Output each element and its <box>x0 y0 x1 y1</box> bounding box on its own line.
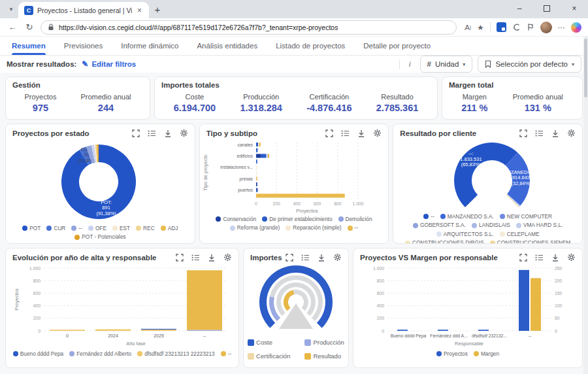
legend-item-coste[interactable]: Coste <box>248 338 290 347</box>
bar-segment[interactable] <box>256 188 257 192</box>
expand-icon[interactable] <box>176 254 184 262</box>
extension-icon[interactable] <box>497 22 506 32</box>
legend-item-pot[interactable]: POT <box>22 224 41 232</box>
table-view-icon[interactable] <box>535 254 544 262</box>
legend-item-pot-potenciales[interactable]: POT - Potenciales <box>74 233 125 241</box>
browser-tab[interactable]: C Proyectos - Listado general | Visió × <box>18 2 149 18</box>
radial-chart-importes[interactable] <box>244 263 348 336</box>
chart-canvas[interactable]: 02004006008001.000020242025--Año fasePro… <box>12 263 233 349</box>
chart-canvas[interactable]: 02004006008001.000050100150200250Bueno d… <box>359 263 576 349</box>
legend-item-ofe[interactable]: OFE <box>88 224 106 232</box>
legend-item-landislais[interactable]: LANDISLAIS <box>472 221 510 229</box>
bar-segment[interactable] <box>268 154 269 158</box>
legend-item-bueno-dddd-pepa[interactable]: Bueno dddd Pepa <box>13 350 63 358</box>
legend-item-certificaci-n[interactable]: Certificación <box>248 352 290 361</box>
bar-segment[interactable] <box>258 143 259 146</box>
download-icon[interactable] <box>164 129 172 137</box>
download-icon[interactable] <box>208 254 216 262</box>
table-view-icon[interactable] <box>301 254 310 262</box>
download-icon[interactable] <box>551 254 559 262</box>
download-icon[interactable] <box>318 254 325 262</box>
bar-segment[interactable] <box>256 177 257 180</box>
legend-item-est[interactable]: EST <box>112 224 130 232</box>
bar-segment[interactable] <box>257 177 258 180</box>
settings-icon[interactable] <box>567 129 576 137</box>
bar-segment[interactable] <box>256 160 257 163</box>
legend-item-demolici-n[interactable]: Demolición <box>338 215 372 223</box>
chart-canvas[interactable]: 02004006008001.000canalesedificiosinstal… <box>201 139 387 214</box>
bar-segment[interactable] <box>257 148 258 152</box>
legend-item-dfsdfsdf-23213213-22223213[interactable]: dfsdfsdf 23213213 22223213 <box>137 350 215 358</box>
favorite-star-icon[interactable]: ★ <box>477 23 483 32</box>
legend-item-adj[interactable]: ADJ <box>161 224 178 232</box>
scrollbar-thumb[interactable] <box>584 39 587 97</box>
page-scrollbar[interactable] <box>583 36 588 374</box>
bar-segment[interactable] <box>259 143 261 146</box>
tab-listado-de-proyectos[interactable]: Listado de proyectos <box>276 37 345 55</box>
table-view-icon[interactable] <box>148 129 156 137</box>
collections-icon[interactable] <box>527 23 534 31</box>
expand-icon[interactable] <box>132 129 140 137</box>
table-view-icon[interactable] <box>535 129 544 137</box>
legend-item-conservaci-n[interactable]: Conservación <box>216 215 256 223</box>
settings-icon[interactable] <box>180 129 188 137</box>
tab-informe-dinamico[interactable]: Informe dinámico <box>121 37 178 55</box>
back-button[interactable]: ← <box>7 22 18 32</box>
expand-icon[interactable] <box>519 129 527 137</box>
bar-proyectos[interactable] <box>519 270 529 331</box>
tab-detalle-por-proyecto[interactable]: Detalle por proyecto <box>363 37 431 55</box>
bar-proyectos[interactable] <box>438 330 448 331</box>
download-icon[interactable] <box>357 129 365 137</box>
bar-margen[interactable] <box>531 278 541 331</box>
legend-item-reparaci-n-simple[interactable]: Reparación (simple) <box>286 224 341 231</box>
close-button[interactable]: × <box>561 0 588 16</box>
legend-item-gobersoft-s-a[interactable]: GOBERSOFT S.A. <box>413 221 466 229</box>
settings-icon[interactable] <box>333 253 342 262</box>
bar-segment[interactable] <box>95 330 131 331</box>
bar-chart-tipo[interactable]: 02004006008001.000canalesedificiosinstal… <box>200 139 389 214</box>
legend-item-margen[interactable]: Margen <box>474 350 499 358</box>
legend-item-cur[interactable]: CUR <box>46 224 65 232</box>
bar-segment[interactable] <box>267 154 268 158</box>
bar-segment[interactable] <box>187 330 222 331</box>
tab-close-icon[interactable]: × <box>136 6 143 15</box>
settings-icon[interactable] <box>373 129 382 137</box>
legend-item-resultado[interactable]: Resultado <box>304 352 344 361</box>
bar-segment[interactable] <box>256 194 345 197</box>
edit-filters-button[interactable]: ✎ Editar filtros <box>82 60 136 69</box>
chart-canvas[interactable]: --:1.833.531(65,83%)MANZANEDO S.A.914.64… <box>395 139 581 212</box>
download-icon[interactable] <box>551 129 559 137</box>
bar-segment[interactable] <box>261 154 267 158</box>
legend-item-x[interactable]: -- <box>348 224 359 231</box>
bar-segment[interactable] <box>256 165 257 169</box>
bar-segment[interactable] <box>187 270 222 330</box>
bar-segment[interactable] <box>256 148 257 152</box>
bar-segment[interactable] <box>257 188 257 192</box>
settings-icon[interactable] <box>223 253 232 262</box>
donut-chart-estado[interactable]: POT:891(91,38%)CUR:31(3,18%) <box>6 139 195 224</box>
expand-icon[interactable] <box>519 254 527 262</box>
legend-item-rec[interactable]: REC <box>136 224 155 232</box>
bar-segment[interactable] <box>141 329 176 330</box>
chart-canvas[interactable]: POT:891(91,38%)CUR:31(3,18%) <box>7 139 193 224</box>
read-aloud-icon[interactable]: A) <box>465 24 471 31</box>
legend-item-manzanedo-s-a[interactable]: MANZANEDO S.A. <box>440 212 494 220</box>
donut-chart-cliente[interactable]: --:1.833.531(65,83%)MANZANEDO S.A.914.64… <box>393 139 582 212</box>
refresh-button[interactable]: ↻ <box>24 22 35 32</box>
ring-arc-resultado[interactable] <box>284 290 294 311</box>
bar-segment[interactable] <box>50 330 85 331</box>
new-tab-button[interactable]: + <box>149 1 166 17</box>
bar-chart-evolucion[interactable]: 02004006008001.000020242025--Año fasePro… <box>6 263 238 349</box>
maximize-button[interactable] <box>533 0 561 16</box>
pie-slice-pot[interactable] <box>61 144 136 219</box>
minimize-button[interactable]: – <box>506 0 533 16</box>
legend-item-construcciones-dirgis[interactable]: CONSTRUCCIONES DIRGIS <box>405 239 484 244</box>
legend-item-x[interactable]: -- <box>221 350 232 358</box>
legend-item-proyectos[interactable]: Proyectos <box>436 350 468 358</box>
copilot-icon[interactable] <box>571 22 581 33</box>
browser-essentials-icon[interactable] <box>512 23 521 31</box>
bar-segment[interactable] <box>256 182 257 186</box>
legend-item-x[interactable]: -- <box>423 212 434 220</box>
legend-item-x[interactable]: -- <box>71 224 82 232</box>
info-button[interactable]: i <box>405 60 414 68</box>
